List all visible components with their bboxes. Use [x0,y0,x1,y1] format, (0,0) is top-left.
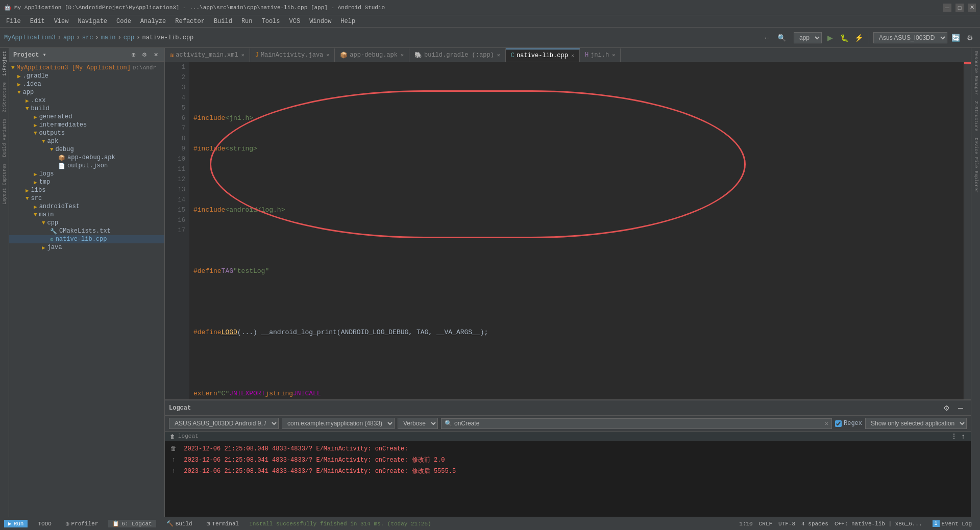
encoding[interactable]: UTF-8 [778,521,795,527]
logcat-settings-icon[interactable]: ⚙ [940,402,952,414]
menu-view[interactable]: View [50,17,73,26]
event-log-button[interactable]: 1 Event Log [928,520,976,527]
back-button[interactable]: ← [761,32,773,44]
sidebar-item-build-variants[interactable]: Build Variants [1,115,8,160]
tab-activity-main-xml[interactable]: ≋ activity_main.xml ✕ [165,48,250,62]
tree-item-apk[interactable]: ▼ apk [9,137,164,145]
menu-run[interactable]: Run [237,17,257,26]
tree-item-logs[interactable]: ▶ logs [9,170,164,178]
show-selected-dropdown[interactable]: Show only selected application [865,418,967,429]
project-settings-icon[interactable]: ⚙ [140,50,149,59]
tree-item-libs[interactable]: ▶ libs [9,186,164,194]
todo-button[interactable]: TODO [34,520,55,527]
minimize-button[interactable]: ─ [943,4,951,12]
tree-item-main[interactable]: ▼ main [9,211,164,219]
logcat-more-icon[interactable]: ⋮ [950,433,958,440]
tab-close-icon[interactable]: ✕ [497,52,500,58]
code-content[interactable]: #include <jni.h> #include <string> #incl… [189,62,964,399]
tab-close-icon[interactable]: ✕ [571,53,574,59]
tree-root[interactable]: ▼ MyApplication3 [My Application] D:\And… [9,64,164,72]
tab-jni-h[interactable]: H jni.h ✕ [580,48,621,62]
menu-build[interactable]: Build [210,17,236,26]
menu-refactor[interactable]: Refactor [171,17,209,26]
close-button[interactable]: ✕ [968,4,976,12]
sidebar-item-project[interactable]: 1:Project [1,48,8,79]
menu-vcs[interactable]: VCS [285,17,305,26]
build-button[interactable]: 🔨 Build [162,520,197,527]
tab-app-debug-apk[interactable]: 📦 app-debug.apk ✕ [335,48,409,62]
tree-item-app[interactable]: ▼ app [9,88,164,96]
tree-item-native-lib[interactable]: ⚙ native-lib.cpp [9,235,164,243]
sidebar-item-resource-manager[interactable]: Resource Manager [972,48,979,98]
menu-window[interactable]: Window [305,17,335,26]
sidebar-item-layout-captures[interactable]: Layout Captures [1,160,8,208]
menu-tools[interactable]: Tools [258,17,284,26]
log-up-icon[interactable]: ↑ [169,455,178,466]
logcat-scroll-up-icon[interactable]: ↑ [960,433,967,440]
sidebar-item-z-structure[interactable]: Z-Structure [972,98,979,134]
menu-help[interactable]: Help [336,17,359,26]
level-dropdown[interactable]: Verbose Debug Info Warning Error [398,418,438,429]
tree-item-cpp-folder[interactable]: ▼ cpp [9,219,164,227]
tab-close-icon[interactable]: ✕ [241,52,244,58]
cursor-position[interactable]: 1:10 [739,521,752,527]
tab-close-icon[interactable]: ✕ [326,52,329,58]
tab-close-icon[interactable]: ✕ [401,52,404,58]
search-everywhere-button[interactable]: 🔍 [775,32,788,44]
tree-item-debug[interactable]: ▼ debug [9,145,164,154]
sidebar-item-structure[interactable]: 2:Structure [1,79,8,115]
logcat-tab-button[interactable]: 📋 6: Logcat [108,520,156,527]
tab-build-gradle[interactable]: 🐘 build.gradle (:app) ✕ [409,48,506,62]
breadcrumb-file[interactable]: native-lib.cpp [142,34,193,41]
breadcrumb-cpp[interactable]: cpp [124,34,135,41]
run-status-button[interactable]: ▶ Run [4,520,28,527]
tree-item-build[interactable]: ▼ build [9,105,164,113]
tree-item-app-debug-apk[interactable]: 📦 app-debug.apk [9,154,164,162]
breadcrumb-app[interactable]: app [63,34,75,41]
menu-edit[interactable]: Edit [26,17,49,26]
search-box[interactable]: 🔍 ✕ [441,418,832,429]
package-dropdown[interactable]: com.example.myapplication (4833) [282,418,395,429]
menu-file[interactable]: File [2,17,25,26]
run-button[interactable]: ▶ [824,32,836,44]
breadcrumb-main[interactable]: main [101,34,116,41]
logcat-minimize-icon[interactable]: ─ [954,402,967,414]
regex-checkbox[interactable] [835,420,842,427]
tab-close-icon[interactable]: ✕ [612,52,615,58]
tree-item-gradle[interactable]: ▶ .gradle [9,72,164,80]
maximize-button[interactable]: □ [955,4,964,12]
app-selector[interactable]: app [794,32,822,43]
tab-native-lib-cpp[interactable]: C native-lib.cpp ✕ [506,48,580,62]
debug-button[interactable]: 🐛 [838,32,850,44]
tree-item-cxx[interactable]: ▶ .cxx [9,96,164,105]
search-clear-icon[interactable]: ✕ [825,420,828,427]
tree-item-cmakelists[interactable]: 🔧 CMakeLists.txt [9,227,164,235]
clear-logcat-icon[interactable]: 🗑 [169,433,176,440]
logcat-content[interactable]: 🗑 2023-12-06 21:25:08.040 4833-4833/? E/… [165,441,971,517]
menu-analyze[interactable]: Analyze [136,17,170,26]
sidebar-item-device-file-explorer[interactable]: Device File Explorer [972,135,979,196]
tree-item-java-folder[interactable]: ▶ java [9,243,164,251]
profiler-button[interactable]: ◎ Profiler [62,520,102,527]
tree-item-output-json[interactable]: 📄 output.json [9,162,164,170]
tab-mainactivity-java[interactable]: J MainActivity.java ✕ [250,48,335,62]
device-selector[interactable]: Asus ASUS_I003DD [873,32,947,43]
project-sync-icon[interactable]: ⊕ [129,50,138,59]
menu-code[interactable]: Code [112,17,135,26]
tree-item-intermediates[interactable]: ▶ intermediates [9,121,164,129]
tree-item-generated[interactable]: ▶ generated [9,113,164,121]
tree-item-androidtest[interactable]: ▶ androidTest [9,203,164,211]
tree-item-src[interactable]: ▼ src [9,194,164,203]
device-dropdown[interactable]: ASUS ASUS_I003DD Android 9, / [169,418,279,429]
menu-navigate[interactable]: Navigate [74,17,111,26]
project-close-icon[interactable]: ✕ [151,50,160,59]
tree-item-tmp[interactable]: ▶ tmp [9,178,164,186]
sync-button[interactable]: 🔄 [949,32,962,44]
search-input[interactable] [454,420,825,427]
terminal-button[interactable]: ⊡ Terminal [203,520,243,527]
tree-item-outputs[interactable]: ▼ outputs [9,129,164,137]
profile-button[interactable]: ⚡ [852,32,865,44]
code-editor[interactable]: 12345 678910 1112131415 1617 #include <j… [165,62,971,399]
breadcrumb-src[interactable]: src [82,34,93,41]
indent-setting[interactable]: 4 spaces [801,521,828,527]
